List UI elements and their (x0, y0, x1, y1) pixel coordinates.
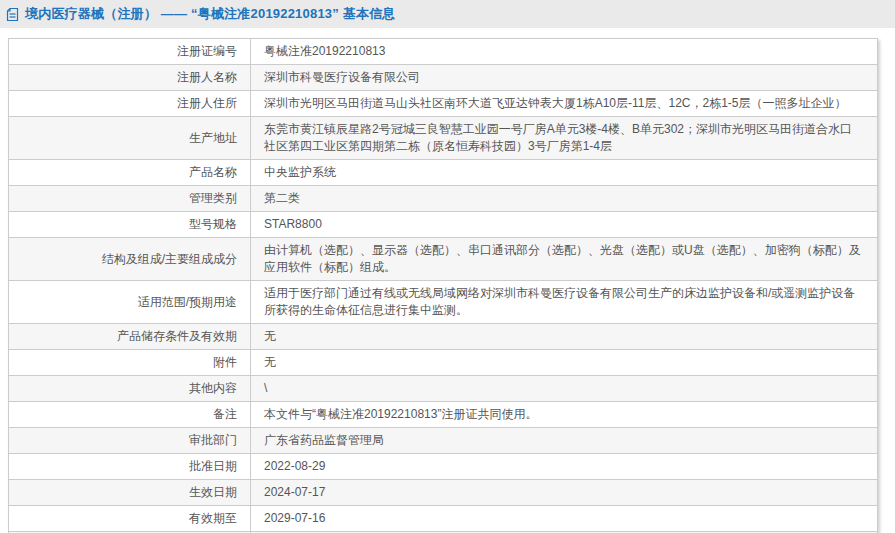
table-row: 注册人住所 深圳市光明区马田街道马山头社区南环大道飞亚达钟表大厦1栋A10层-1… (9, 91, 878, 117)
table-row: 产品名称 中央监护系统 (9, 160, 878, 186)
table-row: 适用范围/预期用途 适用于医疗部门通过有线或无线局域网络对深圳市科曼医疗设备有限… (9, 281, 878, 324)
row-label: 结构及组成/主要组成成分 (9, 238, 251, 281)
row-label: 产品储存条件及有效期 (9, 324, 251, 350)
row-label: 附件 (9, 350, 251, 376)
table-row: 注册证编号 粤械注准20192210813 (9, 39, 878, 65)
row-label: 产品名称 (9, 160, 251, 186)
table-row: 注册人名称 深圳市科曼医疗设备有限公司 (9, 65, 878, 91)
table-row: 产品储存条件及有效期 无 (9, 324, 878, 350)
row-value: 由计算机（选配）、显示器（选配）、串口通讯部分（选配）、光盘（选配）或U盘（选配… (251, 238, 878, 281)
info-table-body: 注册证编号 粤械注准20192210813 注册人名称 深圳市科曼医疗设备有限公… (9, 39, 878, 533)
info-table: 注册证编号 粤械注准20192210813 注册人名称 深圳市科曼医疗设备有限公… (8, 38, 878, 533)
row-value: 东莞市黄江镇辰星路2号冠城三良智慧工业园一号厂房A单元3楼-4楼、B单元302；… (251, 117, 878, 160)
row-value: 2024-07-17 (251, 480, 878, 506)
row-value: 第二类 (251, 186, 878, 212)
row-value: 适用于医疗部门通过有线或无线局域网络对深圳市科曼医疗设备有限公司生产的床边监护设… (251, 281, 878, 324)
table-row: 生产地址 东莞市黄江镇辰星路2号冠城三良智慧工业园一号厂房A单元3楼-4楼、B单… (9, 117, 878, 160)
row-label: 有效期至 (9, 506, 251, 532)
row-value: 无 (251, 324, 878, 350)
row-value: 广东省药品监督管理局 (251, 428, 878, 454)
row-value: 粤械注准20192210813 (251, 39, 878, 65)
row-label: 生效日期 (9, 480, 251, 506)
row-label: 注册人名称 (9, 65, 251, 91)
row-label: 批准日期 (9, 454, 251, 480)
page-title: 境内医疗器械（注册） —— “粤械注准20192210813” 基本信息 (25, 5, 396, 23)
row-value: 中央监护系统 (251, 160, 878, 186)
table-row: 生效日期 2024-07-17 (9, 480, 878, 506)
table-row: 管理类别 第二类 (9, 186, 878, 212)
topbar: 境内医疗器械（注册） —— “粤械注准20192210813” 基本信息 (0, 0, 895, 28)
table-row: 附件 无 (9, 350, 878, 376)
row-label: 其他内容 (9, 376, 251, 402)
row-value: 本文件与“粤械注准20192210813”注册证共同使用。 (251, 402, 878, 428)
row-value: 2022-08-29 (251, 454, 878, 480)
row-value: 深圳市光明区马田街道马山头社区南环大道飞亚达钟表大厦1栋A10层-11层、12C… (251, 91, 878, 117)
table-row: 备注 本文件与“粤械注准20192210813”注册证共同使用。 (9, 402, 878, 428)
row-label: 管理类别 (9, 186, 251, 212)
table-row: 有效期至 2029-07-16 (9, 506, 878, 532)
row-label: 型号规格 (9, 212, 251, 238)
table-row: 结构及组成/主要组成成分 由计算机（选配）、显示器（选配）、串口通讯部分（选配）… (9, 238, 878, 281)
table-row: 批准日期 2022-08-29 (9, 454, 878, 480)
table-row: 审批部门 广东省药品监督管理局 (9, 428, 878, 454)
row-label: 注册人住所 (9, 91, 251, 117)
row-label: 生产地址 (9, 117, 251, 160)
row-label: 备注 (9, 402, 251, 428)
row-value: 深圳市科曼医疗设备有限公司 (251, 65, 878, 91)
row-value: STAR8800 (251, 212, 878, 238)
row-value: 2029-07-16 (251, 506, 878, 532)
table-row: 其他内容 \ (9, 376, 878, 402)
row-label: 审批部门 (9, 428, 251, 454)
row-label: 适用范围/预期用途 (9, 281, 251, 324)
row-value: 无 (251, 350, 878, 376)
table-row: 型号规格 STAR8800 (9, 212, 878, 238)
document-icon (6, 7, 19, 22)
row-label: 注册证编号 (9, 39, 251, 65)
row-value: \ (251, 376, 878, 402)
